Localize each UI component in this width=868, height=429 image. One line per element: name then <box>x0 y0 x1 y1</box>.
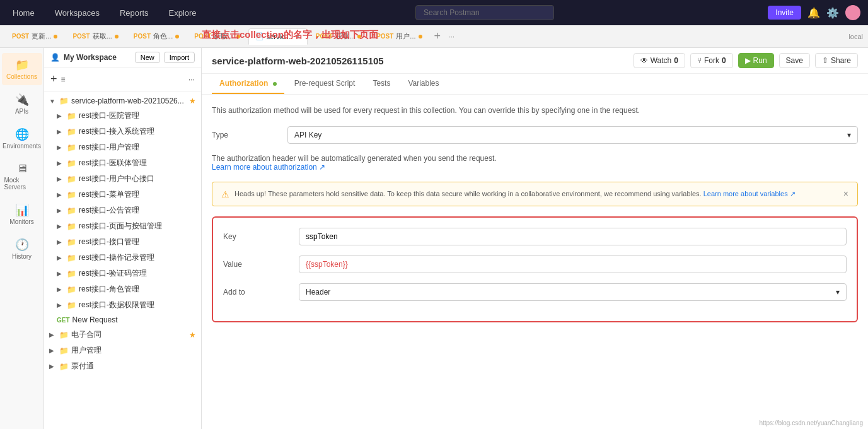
tab-label: 角色... <box>153 32 173 41</box>
api-key-section: Key Value Add to H <box>212 216 858 322</box>
workspace-name: My Workspace <box>64 53 131 62</box>
add-to-select[interactable]: Header ▾ <box>299 283 847 301</box>
tab-label: Pre-request Script <box>294 79 356 88</box>
folder-access[interactable]: ▶ 📁 rest接口-接入系统管理 <box>44 124 201 139</box>
chevron-down-icon: ▼ <box>49 98 57 105</box>
tab-method-post: POST <box>72 33 90 40</box>
monitors-icon: 📊 <box>15 203 29 217</box>
add-tab-button[interactable]: + <box>431 30 445 43</box>
save-button[interactable]: Save <box>779 53 810 68</box>
add-collection-button[interactable]: + <box>50 73 57 86</box>
tab-post-get2[interactable]: POST 获取... <box>187 28 246 44</box>
folder-icon: 📁 <box>59 346 69 355</box>
key-input[interactable] <box>299 228 847 245</box>
learn-more-variables-link[interactable]: Learn more about variables ↗ <box>703 190 796 197</box>
folder-medical[interactable]: ▶ 📁 rest接口-医联体管理 <box>44 155 201 171</box>
tab-method-post: POST <box>12 33 29 40</box>
tab-post-role[interactable]: POST 角色... <box>127 28 186 44</box>
folder-operation-log[interactable]: ▶ 📁 rest接口-操作记录管理 <box>44 250 201 266</box>
filter-icon[interactable]: ≡ <box>61 75 66 84</box>
fork-button[interactable]: ⑂ Fork 0 <box>690 53 733 68</box>
tab-authorization[interactable]: Authorization <box>212 74 284 94</box>
folder-role[interactable]: ▶ 📁 rest接口-角色管理 <box>44 281 201 297</box>
folder-ticket[interactable]: ▶ 📁 票付通 <box>44 358 201 374</box>
tab-post-get1[interactable]: POST 获取... <box>66 28 125 44</box>
nav-home[interactable]: Home <box>8 6 40 20</box>
tab-unsaved-dot <box>115 35 119 38</box>
tab-post-update[interactable]: POST 更新... <box>5 28 64 44</box>
chevron-right-icon: ▶ <box>57 112 64 119</box>
sidebar-item-mock-servers[interactable]: 🖥 Mock Servers <box>2 157 42 196</box>
folder-user[interactable]: ▶ 📁 rest接口-用户管理 <box>44 139 201 155</box>
learn-more-auth-link[interactable]: Learn more about authorization ↗ <box>212 163 325 172</box>
folder-user-center[interactable]: ▶ 📁 rest接口-用户中心接口 <box>44 171 201 187</box>
sidebar-item-history[interactable]: 🕐 History <box>2 233 42 265</box>
tab-variables[interactable]: Variables <box>400 74 446 94</box>
sidebar-item-apis[interactable]: 🔌 APIs <box>2 88 42 120</box>
folder-data-perm[interactable]: ▶ 📁 rest接口-数据权限管理 <box>44 297 201 313</box>
folder-icon: 📁 <box>59 362 69 371</box>
folder-label: rest接口-数据权限管理 <box>79 300 196 310</box>
chevron-right-icon: ▶ <box>57 254 64 261</box>
value-input[interactable] <box>299 256 847 273</box>
tab-tests[interactable]: Tests <box>365 74 398 94</box>
folder-icon: 📁 <box>67 254 76 262</box>
new-request[interactable]: GET New Request <box>44 313 201 327</box>
collection-root[interactable]: ▼ 📁 service-platform-web-20210526... ★ <box>44 94 201 108</box>
folder-interface[interactable]: ▶ 📁 rest接口-接口管理 <box>44 234 201 250</box>
star-icon[interactable]: ★ <box>189 331 196 339</box>
more-options-icon[interactable]: ··· <box>188 75 195 84</box>
star-icon[interactable]: ★ <box>189 97 196 105</box>
chevron-right-icon: ▶ <box>49 347 57 354</box>
sidebar-item-label: APIs <box>15 108 28 115</box>
share-button[interactable]: ⇧ Share <box>815 53 858 68</box>
tab-pre-request-script[interactable]: Pre-request Script <box>287 74 363 94</box>
folder-hospital[interactable]: ▶ 📁 rest接口-医院管理 <box>44 108 201 124</box>
nav-workspaces[interactable]: Workspaces <box>50 6 105 20</box>
folder-label: rest接口-角色管理 <box>79 284 196 295</box>
avatar[interactable] <box>845 5 860 20</box>
folder-label: rest接口-用户管理 <box>79 142 196 153</box>
watch-button[interactable]: 👁 Watch 0 <box>634 53 685 68</box>
save-label: Save <box>786 56 803 65</box>
import-button[interactable]: Import <box>164 52 195 63</box>
invite-button[interactable]: Invite <box>768 6 801 20</box>
search-input[interactable] <box>415 5 554 20</box>
key-label: Key <box>223 232 299 241</box>
run-button[interactable]: ▶ Run <box>738 53 774 68</box>
type-select[interactable]: API Key ▾ <box>287 126 858 144</box>
nav-explore[interactable]: Explore <box>164 6 202 20</box>
folder-page-btn[interactable]: ▶ 📁 rest接口-页面与按钮管理 <box>44 218 201 234</box>
folder-icon: 📁 <box>67 159 76 168</box>
tab-post-get3[interactable]: POST 获取... <box>309 28 368 44</box>
top-navbar: Home Workspaces Reports Explore Invite 🔔… <box>0 0 868 25</box>
folder-icon: 📁 <box>67 175 76 184</box>
folder-label: rest接口-操作记录管理 <box>79 252 196 263</box>
tab-post-user[interactable]: POST 用户... <box>369 28 429 44</box>
sidebar: 📁 Collections 🔌 APIs 🌐 Environments 🖥 Mo… <box>0 48 44 429</box>
tab-service-active[interactable]: 📄 servic... × <box>248 28 308 45</box>
sidebar-item-monitors[interactable]: 📊 Monitors <box>2 198 42 230</box>
apis-icon: 🔌 <box>15 93 29 107</box>
add-to-form-row: Add to Header ▾ <box>223 283 847 301</box>
settings-icon[interactable]: ⚙️ <box>826 7 839 19</box>
tab-overflow-menu[interactable]: ··· <box>446 32 457 41</box>
chevron-right-icon: ▶ <box>49 331 57 338</box>
new-button[interactable]: New <box>135 52 160 63</box>
folder-label: rest接口-医联体管理 <box>79 158 196 168</box>
nav-reports[interactable]: Reports <box>115 6 154 20</box>
chevron-right-icon: ▶ <box>49 363 57 370</box>
folder-captcha[interactable]: ▶ 📁 rest接口-验证码管理 <box>44 266 201 281</box>
alert-close-button[interactable]: × <box>843 189 848 199</box>
folder-contract[interactable]: ▶ 📁 电子合同 ★ <box>44 327 201 343</box>
folder-user-mgmt[interactable]: ▶ 📁 用户管理 <box>44 343 201 358</box>
folder-label: rest接口-用户中心接口 <box>79 173 196 184</box>
tab-close-button[interactable]: × <box>296 32 301 42</box>
sidebar-item-collections[interactable]: 📁 Collections <box>2 53 42 85</box>
folder-label: rest接口-验证码管理 <box>79 268 196 279</box>
sidebar-item-environments[interactable]: 🌐 Environments <box>2 122 42 155</box>
folder-notice[interactable]: ▶ 📁 rest接口-公告管理 <box>44 203 201 218</box>
mock-servers-icon: 🖥 <box>16 162 28 175</box>
folder-menu[interactable]: ▶ 📁 rest接口-菜单管理 <box>44 187 201 203</box>
notification-icon[interactable]: 🔔 <box>807 7 820 19</box>
